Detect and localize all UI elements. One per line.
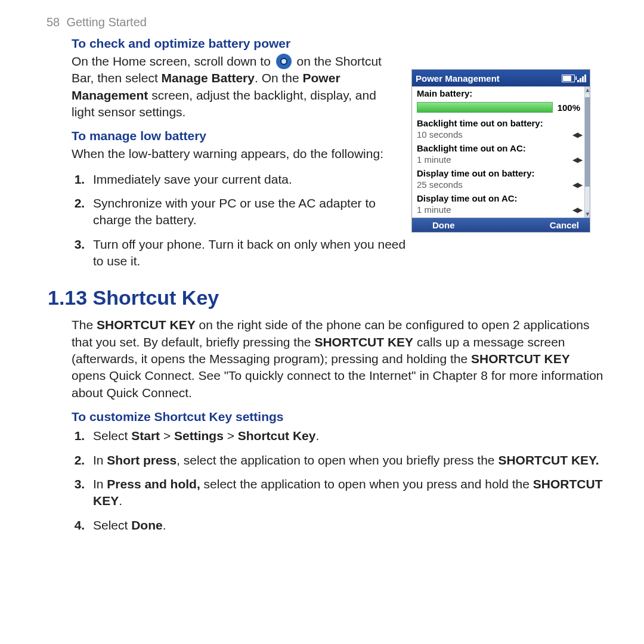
page-number: 58 xyxy=(47,16,60,29)
para-shortcut-key: The SHORTCUT KEY on the right side of th… xyxy=(72,317,606,401)
steps-low-battery: Immediately save your current data. Sync… xyxy=(72,171,410,270)
subheading-customize-shortcut: To customize Shortcut Key settings xyxy=(72,410,606,424)
label-display-battery: Display time out on battery: xyxy=(412,166,585,179)
value-backlight-ac[interactable]: 1 minute◀ ▶ xyxy=(412,154,585,166)
label-backlight-battery: Backlight time out on battery: xyxy=(412,116,585,129)
chapter-title: Getting Started xyxy=(66,16,147,29)
label-main-battery: Main battery: xyxy=(412,86,585,100)
list-item: In Short press, select the application t… xyxy=(88,452,606,469)
label-backlight-ac: Backlight time out on AC: xyxy=(412,141,585,154)
signal-icon xyxy=(577,75,586,82)
done-button[interactable]: Done xyxy=(412,218,513,232)
shortcut-bar-icon xyxy=(276,54,292,69)
list-item: Synchronize with your PC or use the AC a… xyxy=(88,195,410,229)
scroll-up-icon[interactable]: ▲ xyxy=(585,86,590,94)
phone-softkeys: Done Cancel xyxy=(412,218,590,232)
spinner-arrows-icon[interactable]: ◀ ▶ xyxy=(572,156,581,164)
steps-customize-shortcut: Select Start > Settings > Shortcut Key. … xyxy=(72,428,606,534)
phone-titlebar: Power Management xyxy=(412,70,590,86)
cancel-button[interactable]: Cancel xyxy=(513,218,590,232)
list-item: Immediately save your current data. xyxy=(88,171,410,188)
para-low-battery: When the low-battery warning appears, do… xyxy=(72,145,394,162)
value-backlight-battery[interactable]: 10 seconds◀ ▶ xyxy=(412,129,585,141)
battery-progress-row: 100% xyxy=(412,100,585,116)
para-optimize-battery: On the Home screen, scroll down to on th… xyxy=(72,53,394,120)
subheading-optimize-battery: To check and optimize battery power xyxy=(72,36,606,51)
label-display-ac: Display time out on AC: xyxy=(412,191,585,205)
list-item: Turn off your phone. Turn it back on onl… xyxy=(88,236,410,270)
spinner-arrows-icon[interactable]: ◀ ▶ xyxy=(572,181,581,189)
phone-screenshot: Power Management Main battery: 100% Back… xyxy=(411,69,590,233)
page-header: 58 Getting Started xyxy=(47,16,606,29)
battery-icon xyxy=(562,75,575,82)
spinner-arrows-icon[interactable]: ◀ ▶ xyxy=(572,206,581,214)
value-display-ac[interactable]: 1 minute◀ ▶ xyxy=(412,205,585,216)
battery-percentage: 100% xyxy=(558,103,580,113)
status-icons xyxy=(562,75,586,82)
scroll-down-icon[interactable]: ▼ xyxy=(585,210,590,218)
scroll-thumb[interactable] xyxy=(585,97,590,187)
value-display-battery[interactable]: 25 seconds◀ ▶ xyxy=(412,179,585,191)
list-item: Select Start > Settings > Shortcut Key. xyxy=(88,428,606,444)
list-item: Select Done. xyxy=(88,517,606,534)
phone-scrollbar[interactable]: ▲ ▼ xyxy=(584,86,590,218)
section-title-shortcut-key: 1.13 Shortcut Key xyxy=(48,286,606,309)
battery-progress-bar xyxy=(417,102,553,113)
spinner-arrows-icon[interactable]: ◀ ▶ xyxy=(572,131,581,139)
list-item: In Press and hold, select the applicatio… xyxy=(88,476,606,510)
phone-title: Power Management xyxy=(416,73,500,83)
